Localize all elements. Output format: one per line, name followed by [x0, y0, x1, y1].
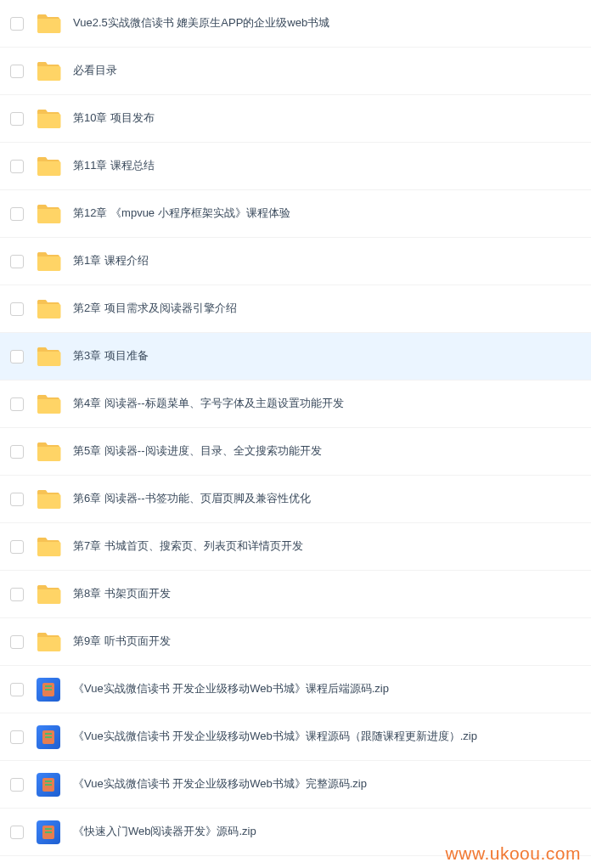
checkbox[interactable] — [10, 160, 24, 173]
checkbox[interactable] — [10, 635, 24, 649]
file-row[interactable]: 第9章 听书页面开发 — [0, 618, 591, 666]
folder-icon — [36, 296, 61, 322]
file-name[interactable]: 《Vue实战微信读书 开发企业级移动Web书城》完整源码.zip — [73, 776, 367, 792]
folder-icon — [36, 582, 61, 607]
checkbox[interactable] — [10, 17, 24, 31]
file-row[interactable]: 第12章 《mpvue 小程序框架实战》课程体验 — [0, 190, 591, 238]
file-name[interactable]: 第6章 阅读器--书签功能、页眉页脚及兼容性优化 — [73, 491, 311, 506]
file-row[interactable]: 第5章 阅读器--阅读进度、目录、全文搜索功能开发 — [0, 428, 591, 476]
checkbox[interactable] — [10, 302, 24, 316]
file-name[interactable]: 第11章 课程总结 — [73, 158, 155, 173]
folder-icon — [36, 392, 61, 417]
folder-icon — [36, 629, 61, 655]
checkbox[interactable] — [10, 540, 24, 554]
folder-icon — [36, 249, 61, 274]
folder-icon — [36, 439, 61, 465]
checkbox[interactable] — [10, 112, 24, 126]
zip-icon — [36, 724, 61, 750]
folder-icon — [36, 106, 61, 132]
file-row[interactable]: 第1章 课程介绍 — [0, 238, 591, 285]
file-name[interactable]: 第7章 书城首页、搜索页、列表页和详情页开发 — [73, 538, 303, 554]
checkbox[interactable] — [10, 778, 24, 792]
file-name[interactable]: 《Vue实战微信读书 开发企业级移动Web书城》课程源码（跟随课程更新进度）.z… — [73, 729, 477, 744]
checkbox[interactable] — [10, 730, 24, 744]
checkbox[interactable] — [10, 65, 24, 78]
file-name[interactable]: 《Vue实战微信读书 开发企业级移动Web书城》课程后端源码.zip — [73, 681, 389, 696]
file-row[interactable]: 《Vue实战微信读书 开发企业级移动Web书城》完整源码.zip — [0, 761, 591, 809]
file-row[interactable]: 第6章 阅读器--书签功能、页眉页脚及兼容性优化 — [0, 476, 591, 523]
file-name[interactable]: 必看目录 — [73, 63, 117, 78]
checkbox[interactable] — [10, 255, 24, 268]
file-row[interactable]: 《Vue实战微信读书 开发企业级移动Web书城》课程后端源码.zip — [0, 666, 591, 713]
file-row[interactable]: 第7章 书城首页、搜索页、列表页和详情页开发 — [0, 523, 591, 571]
file-name[interactable]: 《快速入门Web阅读器开发》源码.zip — [73, 824, 256, 839]
file-row[interactable]: 《Vue实战微信读书 开发企业级移动Web书城》课程源码（跟随课程更新进度）.z… — [0, 713, 591, 761]
folder-icon — [36, 11, 61, 37]
checkbox[interactable] — [10, 683, 24, 696]
file-name[interactable]: 第3章 项目准备 — [73, 348, 149, 364]
checkbox[interactable] — [10, 588, 24, 601]
file-row[interactable]: 第2章 项目需求及阅读器引擎介绍 — [0, 285, 591, 333]
folder-icon — [36, 344, 61, 369]
checkbox[interactable] — [10, 350, 24, 364]
file-row[interactable]: 第11章 课程总结 — [0, 143, 591, 190]
zip-icon — [36, 772, 61, 798]
checkbox[interactable] — [10, 493, 24, 506]
file-name[interactable]: 第12章 《mpvue 小程序框架实战》课程体验 — [73, 206, 290, 221]
file-row[interactable]: 第3章 项目准备 — [0, 333, 591, 380]
folder-icon — [36, 487, 61, 512]
folder-icon — [36, 201, 61, 227]
folder-icon — [36, 154, 61, 179]
folder-icon — [36, 534, 61, 560]
file-name[interactable]: 第9章 听书页面开发 — [73, 634, 171, 649]
zip-icon — [36, 820, 61, 845]
file-name[interactable]: 第5章 阅读器--阅读进度、目录、全文搜索功能开发 — [73, 443, 322, 459]
checkbox[interactable] — [10, 445, 24, 459]
file-list: Vue2.5实战微信读书 媲美原生APP的企业级web书城 必看目录 第10章 … — [0, 0, 591, 856]
file-name[interactable]: Vue2.5实战微信读书 媲美原生APP的企业级web书城 — [73, 15, 329, 31]
file-name[interactable]: 第1章 课程介绍 — [73, 253, 149, 268]
checkbox[interactable] — [10, 397, 24, 411]
watermark: www.ukoou.com — [446, 843, 581, 856]
file-name[interactable]: 第4章 阅读器--标题菜单、字号字体及主题设置功能开发 — [73, 396, 344, 411]
checkbox[interactable] — [10, 826, 24, 839]
file-name[interactable]: 第8章 书架页面开发 — [73, 586, 171, 601]
file-row[interactable]: 第4章 阅读器--标题菜单、字号字体及主题设置功能开发 — [0, 380, 591, 428]
file-row[interactable]: 第8章 书架页面开发 — [0, 571, 591, 618]
folder-icon — [36, 59, 61, 84]
file-name[interactable]: 第2章 项目需求及阅读器引擎介绍 — [73, 301, 237, 316]
file-name[interactable]: 第10章 项目发布 — [73, 110, 155, 126]
file-row[interactable]: 必看目录 — [0, 48, 591, 95]
file-row[interactable]: Vue2.5实战微信读书 媲美原生APP的企业级web书城 — [0, 0, 591, 48]
zip-icon — [36, 677, 61, 702]
file-row[interactable]: 第10章 项目发布 — [0, 95, 591, 143]
checkbox[interactable] — [10, 207, 24, 221]
